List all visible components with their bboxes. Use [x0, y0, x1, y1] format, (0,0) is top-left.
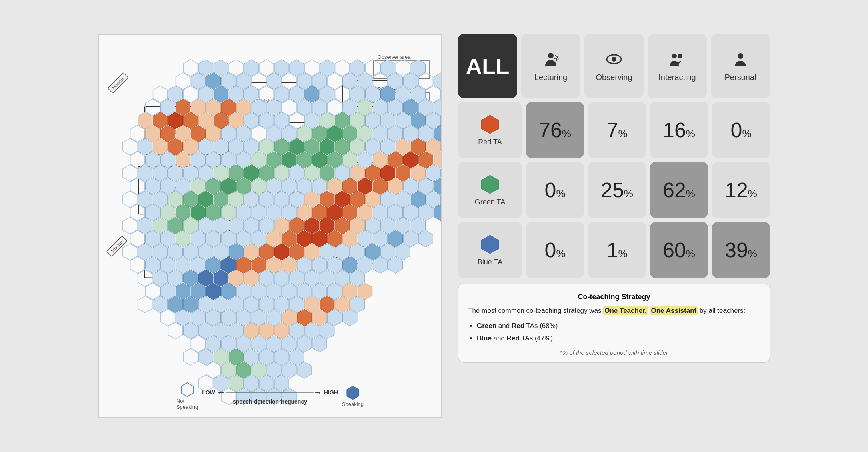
blue-interacting-stat[interactable]: 60% [650, 222, 708, 278]
interacting-label: Interacting [658, 73, 696, 82]
lecturing-icon [542, 50, 560, 70]
svg-point-469 [738, 53, 743, 59]
observing-label: Observing [596, 73, 632, 82]
red-personal-value: 0% [730, 120, 751, 140]
green-ta-hexagon [480, 174, 500, 195]
blue-observing-value: 1% [606, 240, 627, 260]
stats-panel: ALL Lecturing [458, 34, 770, 363]
green-ta-cell: Green TA [458, 162, 522, 218]
strategy-item-1: Green and Red TAs (68%) [477, 320, 760, 332]
green-interacting-stat[interactable]: 62% [650, 162, 708, 218]
strategy-box: Co-teaching Strategy The most common co-… [458, 284, 770, 363]
blue-ta-row: Blue TA 0% 1% 60% 39% [458, 222, 770, 278]
blue-personal-stat[interactable]: 39% [712, 222, 770, 278]
red-interacting-stat[interactable]: 16% [650, 102, 708, 158]
green-observing-stat[interactable]: 25% [588, 162, 646, 218]
red-ta-row: Red TA 76% 7% 16% 0% [458, 102, 770, 158]
strategy-title: Co-teaching Strategy [468, 293, 760, 301]
lecturing-label: Lecturing [534, 73, 567, 82]
svg-point-466 [612, 57, 616, 62]
all-button[interactable]: ALL [458, 34, 517, 98]
red-lecturing-stat[interactable]: 76% [526, 102, 584, 158]
interacting-icon [668, 50, 686, 70]
green-lecturing-value: 0% [544, 180, 565, 200]
strategy-item-2: Blue and Red TAs (47%) [477, 332, 760, 345]
red-ta-cell: Red TA [458, 102, 522, 158]
green-ta-row: Green TA 0% 25% 62% 12% [458, 162, 770, 218]
blue-lecturing-value: 0% [544, 240, 565, 260]
mode-row: ALL Lecturing [458, 34, 770, 98]
svg-marker-471 [481, 175, 499, 194]
green-personal-stat[interactable]: 12% [712, 162, 770, 218]
red-lecturing-value: 76% [539, 120, 571, 140]
svg-point-468 [678, 54, 682, 58]
blue-ta-hexagon [480, 234, 500, 255]
blue-interacting-value: 60% [663, 240, 695, 260]
green-personal-value: 12% [725, 180, 757, 200]
main-container: Observer area PC area Monitor Monitor Mo… [86, 22, 782, 430]
svg-point-467 [672, 54, 677, 58]
personal-button[interactable]: Personal [711, 34, 770, 98]
blue-personal-value: 39% [725, 240, 757, 260]
blue-lecturing-stat[interactable]: 0% [526, 222, 584, 278]
green-lecturing-stat[interactable]: 0% [526, 162, 584, 218]
all-label: ALL [466, 53, 510, 79]
map-area: Observer area PC area Monitor Monitor Mo… [98, 34, 442, 418]
highlight-one-assistant: One Assistant [650, 306, 698, 315]
svg-marker-463 [347, 386, 359, 400]
red-observing-value: 7% [606, 120, 627, 140]
classroom-map: Observer area PC area Monitor Monitor Mo… [99, 35, 441, 417]
personal-label: Personal [725, 73, 756, 82]
strategy-footer: *% of the selected period with time slid… [468, 349, 760, 356]
red-interacting-value: 16% [663, 120, 695, 140]
svg-marker-462 [181, 383, 193, 396]
map-legend: NotSpeaking LOW ←——————————→ HIGH speech… [176, 382, 364, 410]
svg-point-464 [548, 53, 554, 58]
green-interacting-value: 62% [663, 180, 695, 200]
blue-observing-stat[interactable]: 1% [588, 222, 646, 278]
observer-area-label: Observer area [378, 54, 411, 60]
observing-icon [605, 50, 623, 70]
svg-marker-470 [481, 115, 499, 134]
speaking-label: Speaking [342, 385, 364, 407]
blue-ta-label: Blue TA [478, 258, 502, 266]
green-observing-value: 25% [601, 180, 633, 200]
red-ta-hexagon [480, 114, 500, 135]
red-personal-stat[interactable]: 0% [712, 102, 770, 158]
low-label: LOW [202, 389, 215, 396]
svg-marker-472 [481, 235, 499, 254]
green-ta-label: Green TA [475, 198, 505, 206]
observing-button[interactable]: Observing [584, 34, 644, 98]
high-label: HIGH [324, 389, 338, 396]
legend-arrow-section: LOW ←——————————→ HIGH speech-detection f… [202, 387, 338, 405]
lecturing-button[interactable]: Lecturing [521, 34, 580, 98]
not-speaking-label: NotSpeaking [176, 382, 198, 410]
red-observing-stat[interactable]: 7% [588, 102, 646, 158]
personal-icon [732, 50, 749, 70]
highlight-one-teacher: One Teacher, [603, 306, 648, 315]
blue-ta-cell: Blue TA [458, 222, 522, 278]
freq-label: speech-detection frequency [233, 398, 307, 405]
strategy-text: The most common co-teaching strategy was… [468, 305, 760, 316]
strategy-list: Green and Red TAs (68%) Blue and Red TAs… [468, 320, 760, 344]
red-ta-label: Red TA [478, 138, 502, 146]
interacting-button[interactable]: Interacting [648, 34, 707, 98]
